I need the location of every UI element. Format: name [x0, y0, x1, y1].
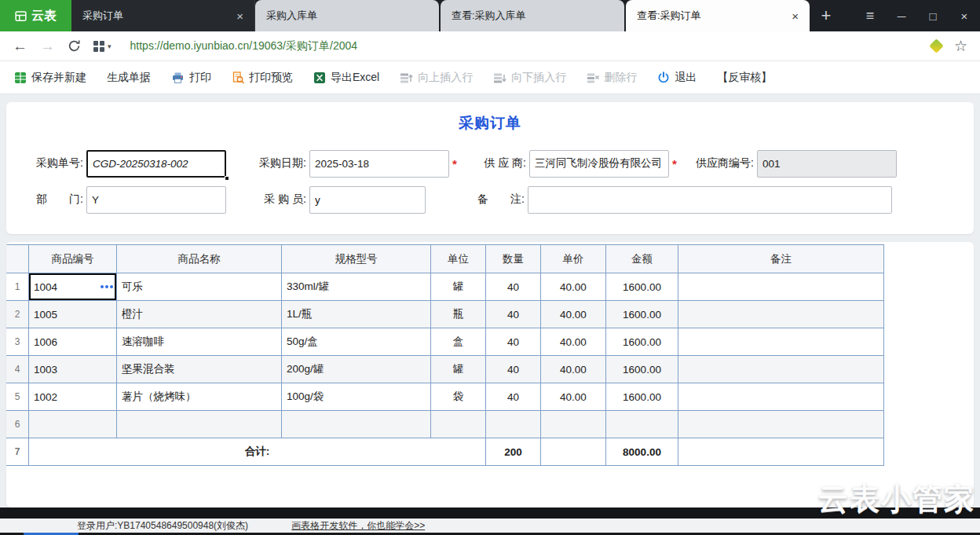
cell-price[interactable]: 40.00: [541, 328, 606, 356]
refresh-icon[interactable]: [68, 39, 81, 53]
col-header-spec[interactable]: 规格型号: [282, 245, 431, 273]
row-number[interactable]: 1: [6, 273, 29, 301]
row-number[interactable]: 2: [6, 301, 29, 328]
col-header-code[interactable]: 商品编号: [29, 245, 117, 273]
cell-spec[interactable]: 330ml/罐: [282, 273, 431, 301]
cell-spec[interactable]: [282, 411, 431, 438]
extension-diamond-icon[interactable]: [929, 38, 943, 53]
cell-name[interactable]: 速溶咖啡: [117, 328, 282, 356]
cell-qty[interactable]: 40: [486, 356, 541, 383]
cell-amount[interactable]: 1600.00: [606, 273, 678, 301]
cell-qty[interactable]: 40: [486, 301, 541, 328]
cell-remark[interactable]: [678, 383, 884, 411]
bookmark-star-icon[interactable]: ☆: [954, 37, 967, 55]
cell-price[interactable]: 40.00: [541, 383, 606, 411]
new-tab-button[interactable]: +: [810, 0, 843, 31]
cell-spec[interactable]: 1L/瓶: [282, 301, 431, 328]
cell-price[interactable]: [541, 411, 606, 438]
cell-remark[interactable]: [678, 356, 884, 383]
buyer-input[interactable]: [309, 186, 426, 214]
col-header-amount[interactable]: 金额: [606, 245, 678, 273]
tab-purchase-order[interactable]: 采购订单 ×: [71, 0, 255, 31]
col-header-price[interactable]: 单价: [541, 245, 606, 273]
row-number-header[interactable]: [6, 245, 29, 273]
cell-unit[interactable]: 盒: [431, 328, 486, 356]
cell-name[interactable]: 可乐: [117, 273, 282, 301]
cell-remark[interactable]: [678, 273, 884, 301]
cell-amount[interactable]: 1600.00: [606, 301, 678, 328]
menu-icon[interactable]: ≡: [854, 0, 886, 31]
cell-name[interactable]: 橙汁: [117, 301, 282, 328]
maximize-button[interactable]: □: [917, 0, 949, 31]
cell-unit[interactable]: [431, 411, 486, 438]
cell-spec[interactable]: 50g/盒: [282, 328, 431, 356]
row-number[interactable]: 6: [6, 411, 29, 438]
cell-amount[interactable]: 1600.00: [606, 356, 678, 383]
exit-button[interactable]: 退出: [657, 71, 697, 85]
cell-amount[interactable]: 1600.00: [606, 328, 678, 356]
url-text[interactable]: https://demo.iyunbiao.cn/19063/采购订单/2004: [130, 39, 919, 53]
print-button[interactable]: 打印: [171, 71, 211, 85]
cell-remark[interactable]: [678, 328, 884, 356]
supplier-no-input[interactable]: [757, 150, 897, 178]
tab-purchase-inbound[interactable]: 采购入库单: [255, 0, 439, 31]
cell-name[interactable]: [117, 411, 282, 438]
row-number[interactable]: 4: [6, 356, 29, 383]
minimize-button[interactable]: ─: [886, 0, 917, 31]
cell-qty[interactable]: [486, 411, 541, 438]
row-number[interactable]: 3: [6, 328, 29, 356]
learn-more-link[interactable]: 画表格开发软件，你也能学会>>: [291, 519, 425, 533]
row-number[interactable]: 7: [6, 438, 29, 466]
grid-squares-icon: [93, 41, 104, 52]
cell-remark[interactable]: [678, 301, 884, 328]
tab-view-purchase-order[interactable]: 查看:采购订单 ×: [626, 0, 810, 31]
date-input[interactable]: [309, 150, 449, 178]
close-button[interactable]: ×: [949, 0, 980, 31]
cell-spec[interactable]: 100g/袋: [282, 383, 431, 411]
cell-unit[interactable]: 袋: [431, 383, 486, 411]
order-no-input[interactable]: [86, 150, 226, 178]
cell-code[interactable]: [29, 411, 117, 438]
export-excel-button[interactable]: 导出Excel: [313, 71, 379, 85]
cell-name[interactable]: 薯片（烧烤味）: [117, 383, 282, 411]
tab-close-icon[interactable]: ×: [792, 10, 799, 22]
print-preview-button[interactable]: 打印预览: [232, 71, 293, 85]
supplier-input[interactable]: [529, 150, 669, 178]
cell-options-button[interactable]: [101, 285, 113, 288]
cell-code[interactable]: 1006: [29, 328, 117, 356]
selection-handle[interactable]: [225, 176, 229, 181]
cell-code[interactable]: 1003: [29, 356, 117, 383]
department-input[interactable]: [86, 186, 226, 214]
cell-price[interactable]: 40.00: [541, 356, 606, 383]
tab-close-icon[interactable]: ×: [236, 10, 243, 22]
cell-code[interactable]: 1002: [29, 383, 117, 411]
cell-amount[interactable]: [606, 411, 678, 438]
cell-amount[interactable]: 1600.00: [606, 383, 678, 411]
cell-qty[interactable]: 40: [486, 328, 541, 356]
col-header-remark[interactable]: 备注: [678, 245, 884, 273]
col-header-qty[interactable]: 数量: [486, 245, 541, 273]
row-number[interactable]: 5: [6, 383, 29, 411]
cell-unit[interactable]: 罐: [431, 273, 486, 301]
col-header-unit[interactable]: 单位: [431, 245, 486, 273]
cell-unit[interactable]: 罐: [431, 356, 486, 383]
cell-code-selected[interactable]: 1004: [29, 273, 117, 301]
back-icon[interactable]: ←: [13, 38, 27, 53]
cell-qty[interactable]: 40: [486, 383, 541, 411]
cell-name[interactable]: 坚果混合装: [117, 356, 282, 383]
cell-price[interactable]: 40.00: [541, 273, 606, 301]
apps-grid-icon[interactable]: ▾: [93, 41, 112, 52]
cell-spec[interactable]: 200g/罐: [282, 356, 431, 383]
cell-qty[interactable]: 40: [486, 273, 541, 301]
cell-price[interactable]: 40.00: [541, 301, 606, 328]
tab-view-purchase-inbound[interactable]: 查看:采购入库单: [441, 0, 624, 31]
remark-input[interactable]: [528, 186, 892, 214]
reverse-audit-button[interactable]: 【反审核】: [717, 71, 772, 85]
app-logo[interactable]: 云表: [0, 0, 71, 31]
save-and-new-button[interactable]: 保存并新建: [14, 71, 86, 85]
cell-remark[interactable]: [678, 411, 884, 438]
col-header-name[interactable]: 商品名称: [117, 245, 282, 273]
generate-document-button[interactable]: 生成单据: [107, 71, 151, 85]
cell-unit[interactable]: 瓶: [431, 301, 486, 328]
cell-code[interactable]: 1005: [29, 301, 117, 328]
